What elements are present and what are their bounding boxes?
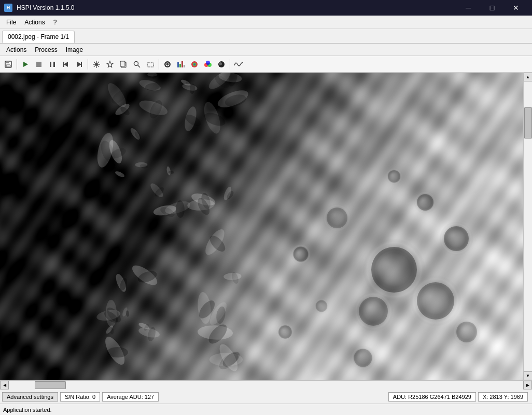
xy-display: X: 2813 Y: 1969 xyxy=(478,392,528,402)
toolbar-next[interactable] xyxy=(73,58,86,71)
titlebar-title: HSPI Version 1.1.5.0 xyxy=(17,4,74,11)
svg-marker-16 xyxy=(107,61,113,67)
scroll-track-vertical[interactable] xyxy=(524,81,533,371)
menu-help[interactable]: ? xyxy=(49,17,61,27)
svg-marker-7 xyxy=(64,62,68,67)
svg-point-30 xyxy=(194,63,195,65)
minimize-button[interactable]: ─ xyxy=(456,0,480,16)
app-icon: H xyxy=(4,4,12,12)
svg-rect-25 xyxy=(179,64,181,67)
toolbar-circle[interactable] xyxy=(161,58,174,71)
maximize-button[interactable]: □ xyxy=(480,0,504,16)
svg-point-35 xyxy=(219,62,222,65)
svg-rect-8 xyxy=(63,62,64,67)
menubar: File Actions ? xyxy=(0,16,532,29)
svg-rect-2 xyxy=(6,65,10,67)
scroll-right-button[interactable]: ▶ xyxy=(523,381,532,390)
scroll-track-horizontal[interactable] xyxy=(9,381,523,390)
scroll-down-button[interactable]: ▼ xyxy=(524,371,533,380)
svg-rect-26 xyxy=(181,61,183,67)
svg-rect-18 xyxy=(120,61,125,66)
toolbar-play[interactable] xyxy=(19,58,32,71)
toolbar-save[interactable] xyxy=(2,58,15,71)
titlebar: H HSPI Version 1.1.5.0 ─ □ ✕ xyxy=(0,0,532,16)
second-menubar: Actions Process Image xyxy=(0,44,532,56)
titlebar-left: H HSPI Version 1.1.5.0 xyxy=(4,4,74,12)
svg-rect-10 xyxy=(81,62,82,67)
scroll-left-button[interactable]: ◀ xyxy=(0,381,9,390)
toolbar-stop[interactable] xyxy=(33,58,45,71)
svg-rect-4 xyxy=(36,62,41,67)
toolbar-dark[interactable] xyxy=(215,58,228,71)
svg-rect-24 xyxy=(177,62,179,67)
svg-rect-5 xyxy=(50,62,51,67)
advanced-settings-button[interactable]: Advanced settings xyxy=(2,392,58,402)
svg-point-33 xyxy=(206,61,210,65)
svg-rect-21 xyxy=(147,63,153,67)
close-button[interactable]: ✕ xyxy=(504,0,528,16)
toolbar-star[interactable] xyxy=(104,58,116,71)
toolbar-histogram[interactable] xyxy=(175,58,187,71)
smenu-image[interactable]: Image xyxy=(62,45,87,54)
menu-actions[interactable]: Actions xyxy=(20,17,49,27)
svg-rect-27 xyxy=(184,65,185,67)
smenu-actions[interactable]: Actions xyxy=(2,45,31,54)
scroll-up-button[interactable]: ▲ xyxy=(524,73,533,81)
app-status-message: Application started. xyxy=(3,407,52,413)
titlebar-controls: ─ □ ✕ xyxy=(456,0,528,16)
svg-point-19 xyxy=(134,61,138,65)
toolbar xyxy=(0,56,532,73)
svg-marker-3 xyxy=(23,62,28,67)
svg-marker-9 xyxy=(77,62,81,67)
svg-rect-6 xyxy=(53,62,55,67)
toolbar-zoom[interactable] xyxy=(131,58,143,71)
scrollbar-right: ▲ ▼ xyxy=(523,73,532,380)
toolbar-color2[interactable] xyxy=(202,58,214,71)
smenu-process[interactable]: Process xyxy=(31,45,61,54)
toolbar-prev[interactable] xyxy=(60,58,72,71)
menu-file[interactable]: File xyxy=(2,17,20,27)
toolbar-color1[interactable] xyxy=(188,58,201,71)
image-container xyxy=(0,73,523,380)
tabbar: 0002.jpeg - Frame 1/1 xyxy=(0,29,532,44)
tab-main[interactable]: 0002.jpeg - Frame 1/1 xyxy=(2,31,75,43)
scroll-thumb-vertical[interactable] xyxy=(524,107,532,139)
toolbar-pause[interactable] xyxy=(46,58,59,71)
svg-point-22 xyxy=(164,61,171,67)
toolbar-box[interactable] xyxy=(144,58,157,71)
snr-display: S/N Ratio: 0 xyxy=(60,392,100,402)
avg-adu-display: Average ADU: 127 xyxy=(102,392,159,402)
scrollbar-bottom: ◀ ▶ xyxy=(0,380,532,389)
statusbar: Advanced settings S/N Ratio: 0 Average A… xyxy=(0,389,532,404)
scroll-thumb-horizontal[interactable] xyxy=(35,381,66,389)
toolbar-wave[interactable] xyxy=(232,58,245,71)
app-statusbar: Application started. xyxy=(0,404,532,415)
main-content: ▲ ▼ xyxy=(0,73,532,380)
toolbar-copy[interactable] xyxy=(117,58,130,71)
moon-image xyxy=(0,73,523,380)
svg-line-20 xyxy=(138,65,141,67)
toolbar-settings1[interactable] xyxy=(90,58,103,71)
adu-display: ADU: R25186 G26471 B24929 xyxy=(388,392,476,402)
svg-rect-1 xyxy=(6,61,9,63)
